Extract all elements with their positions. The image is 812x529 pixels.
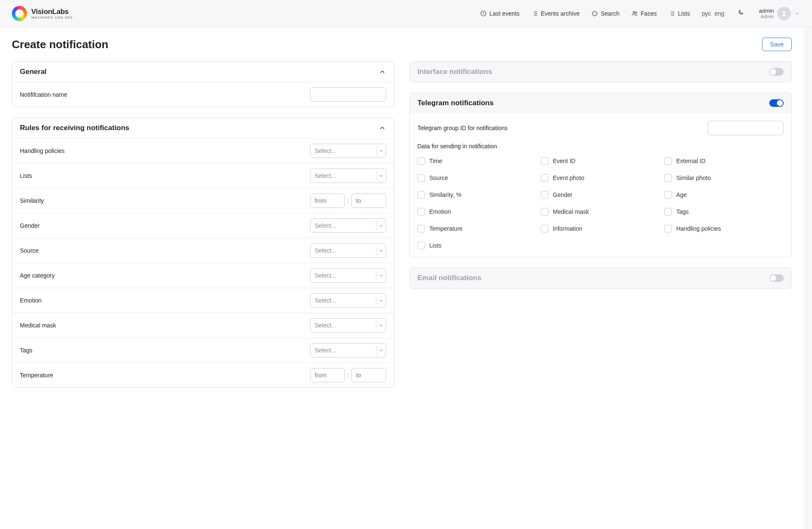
rule-similarity-to[interactable] xyxy=(351,194,386,208)
rule-source-label: Source xyxy=(20,247,38,254)
rule-lists-select[interactable]: Select... xyxy=(310,169,386,183)
chk-event-id[interactable]: Event ID xyxy=(541,157,660,165)
rule-emotion-label: Emotion xyxy=(20,297,41,304)
chk-external-id[interactable]: External ID xyxy=(664,157,784,165)
rule-tags-select[interactable]: Select... xyxy=(310,343,386,357)
range-separator: : xyxy=(347,197,349,204)
telegram-notifications-toggle[interactable] xyxy=(769,99,784,107)
chk-emotion[interactable]: Emotion xyxy=(417,208,537,215)
rule-age-category-select[interactable]: Select... xyxy=(310,268,386,283)
svg-point-3 xyxy=(635,12,636,13)
chk-gender[interactable]: Gender xyxy=(541,191,660,199)
nav-lists-label: Lists xyxy=(678,10,690,17)
chevron-down-icon xyxy=(378,347,384,353)
svg-point-4 xyxy=(783,11,785,14)
chevron-down-icon xyxy=(378,223,384,229)
telegram-title: Telegram notifications xyxy=(417,99,494,107)
nav-last-events[interactable]: Last events xyxy=(480,10,520,17)
list-icon xyxy=(532,10,538,17)
lang-ru[interactable]: рус xyxy=(702,10,711,17)
page-title: Create notification xyxy=(12,38,108,51)
chevron-up-icon xyxy=(379,124,386,132)
chk-tags[interactable]: Tags xyxy=(664,208,784,215)
theme-toggle[interactable] xyxy=(736,9,744,18)
crosshair-icon xyxy=(591,10,598,17)
rule-gender-select[interactable]: Select... xyxy=(310,218,386,233)
svg-point-1 xyxy=(593,11,597,16)
chk-time[interactable]: Time xyxy=(417,157,537,165)
telegram-data-title: Data for sending in notification xyxy=(417,143,784,150)
section-interface-notifications-header[interactable]: Interface notifications xyxy=(410,62,791,82)
chk-information[interactable]: Information xyxy=(541,225,660,232)
language-switch: рус eng xyxy=(702,10,724,17)
rule-handling-policies-select[interactable]: Select... xyxy=(310,144,386,158)
rule-temperature-from[interactable] xyxy=(310,368,345,382)
section-email-notifications-header[interactable]: Email notifications xyxy=(410,268,791,288)
logo[interactable]: VisionLabs MACHINES CAN SEE xyxy=(12,6,73,21)
section-general-title: General xyxy=(20,68,47,76)
chk-handling-policies[interactable]: Handling policies xyxy=(664,225,784,232)
chevron-down-icon xyxy=(378,273,384,278)
section-general: General Notififcation name xyxy=(12,61,394,107)
rule-medical-mask-select[interactable]: Select... xyxy=(310,318,386,333)
nav-lists[interactable]: Lists xyxy=(669,10,690,17)
section-rules-title: Rules for receiving notifications xyxy=(20,124,129,132)
user-role: Admin xyxy=(759,14,774,19)
nav-faces[interactable]: Faces xyxy=(631,10,657,17)
chk-age[interactable]: Age xyxy=(664,191,784,199)
telegram-group-id-label: Telegram group ID for notifications xyxy=(417,125,508,131)
avatar xyxy=(777,7,791,20)
rule-medical-mask-label: Medical mask xyxy=(20,322,56,329)
nav-faces-label: Faces xyxy=(641,10,657,17)
email-notifications-title: Email notifications xyxy=(417,274,481,282)
rule-tags-label: Tags xyxy=(20,347,33,354)
chevron-down-icon xyxy=(378,148,384,154)
save-button[interactable]: Save xyxy=(762,38,792,51)
rule-source-select[interactable]: Select... xyxy=(310,243,386,258)
nav-events-archive-label: Events archive xyxy=(541,10,580,17)
chevron-down-icon xyxy=(378,248,384,254)
rule-handling-policies-label: Handling policies xyxy=(20,147,65,154)
chevron-down-icon xyxy=(378,322,384,328)
chevron-down-icon xyxy=(378,173,384,179)
rule-emotion-select[interactable]: Select... xyxy=(310,293,386,308)
range-separator: : xyxy=(347,372,349,379)
chk-event-photo[interactable]: Event photo xyxy=(541,174,660,182)
chk-lists[interactable]: Lists xyxy=(417,242,537,249)
nav-last-events-label: Last events xyxy=(489,10,520,17)
logo-icon xyxy=(12,6,27,21)
email-notifications-toggle[interactable] xyxy=(769,274,784,282)
section-email-notifications: Email notifications xyxy=(409,267,792,289)
chevron-down-icon xyxy=(378,297,384,303)
telegram-group-id-input[interactable] xyxy=(708,121,784,135)
user-menu[interactable]: admin Admin xyxy=(759,7,800,20)
section-general-header[interactable]: General xyxy=(12,62,394,82)
chevron-up-icon xyxy=(379,68,386,76)
section-telegram-notifications-header[interactable]: Telegram notifications xyxy=(410,93,791,113)
section-telegram-notifications: Telegram notifications Telegram group ID… xyxy=(409,93,792,257)
user-name: admin xyxy=(759,8,774,14)
chk-medical-mask[interactable]: Medical mask xyxy=(541,208,660,215)
section-interface-notifications: Interface notifications xyxy=(409,61,792,82)
list-icon xyxy=(669,10,675,17)
nav-search[interactable]: Search xyxy=(591,10,619,17)
nav-search-label: Search xyxy=(601,10,619,17)
chk-source[interactable]: Source xyxy=(417,174,537,182)
rule-similarity-label: Similarity xyxy=(20,197,44,204)
rule-similarity-from[interactable] xyxy=(310,194,345,208)
interface-notifications-toggle[interactable] xyxy=(769,68,784,76)
nav-events-archive[interactable]: Events archive xyxy=(532,10,580,17)
section-rules-header[interactable]: Rules for receiving notifications xyxy=(12,118,394,138)
chevron-down-icon xyxy=(794,11,800,16)
lang-en[interactable]: eng xyxy=(714,10,724,17)
chk-similar-photo[interactable]: Similar photo xyxy=(664,174,784,182)
chk-temperature[interactable]: Temperature xyxy=(417,225,537,232)
notification-name-input[interactable] xyxy=(310,87,386,102)
interface-notifications-title: Interface notifications xyxy=(417,68,492,76)
chk-similarity-pct[interactable]: Similarity, % xyxy=(417,191,537,199)
brand-name: VisionLabs xyxy=(31,8,73,15)
rule-temperature-to[interactable] xyxy=(351,368,386,382)
brand-tagline: MACHINES CAN SEE xyxy=(31,16,73,19)
topbar: VisionLabs MACHINES CAN SEE Last events … xyxy=(0,0,812,27)
moon-icon xyxy=(736,9,744,17)
